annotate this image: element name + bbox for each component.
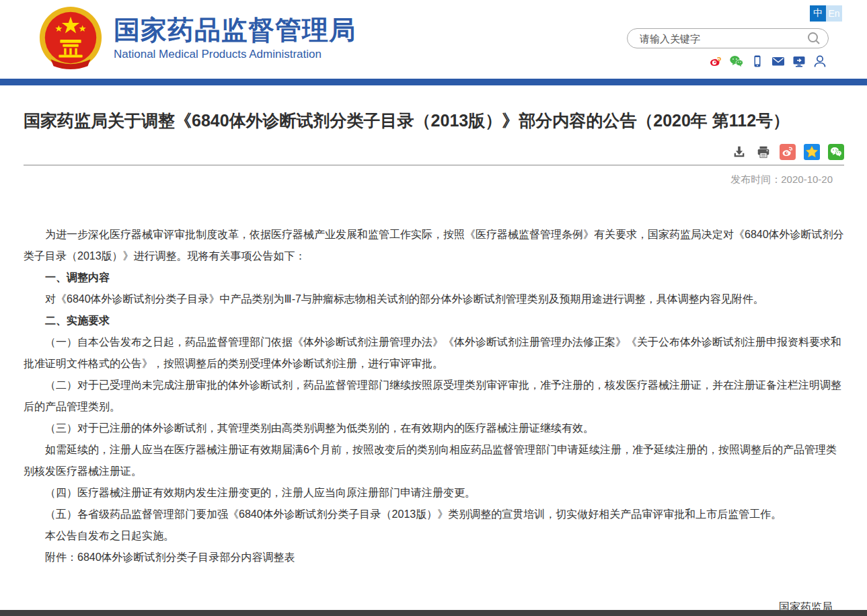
brand-text: 国家药品监督管理局 National Medical Products Admi… [114, 15, 356, 62]
paragraph: 如需延续的，注册人应当在医疗器械注册证有效期届满6个月前，按照改变后的类别向相应… [24, 439, 844, 482]
qzone-share-icon[interactable] [804, 144, 820, 160]
site-title-zh: 国家药品监督管理局 [114, 15, 356, 46]
print-icon[interactable] [755, 144, 771, 160]
download-icon[interactable] [731, 144, 747, 160]
attachment-line: 附件：6840体外诊断试剂分类子目录部分内容调整表 [24, 547, 844, 568]
lang-zh-button[interactable]: 中 [810, 5, 826, 22]
header-divider-bar [0, 79, 867, 85]
bottom-bar [0, 610, 867, 616]
weibo-share-icon[interactable] [780, 144, 796, 160]
paragraph: （三）对于已注册的体外诊断试剂，其管理类别由高类别调整为低类别的，在有效期内的医… [24, 418, 844, 439]
section-heading: 二、实施要求 [24, 310, 844, 332]
paragraph: （五）各省级药品监督管理部门要加强《6840体外诊断试剂分类子目录（2013版）… [24, 504, 844, 525]
paragraph: （一）自本公告发布之日起，药品监督管理部门依据《体外诊断试剂注册管理办法》《体外… [24, 332, 844, 375]
article-body: 为进一步深化医疗器械审评审批制度改革，依据医疗器械产业发展和监管工作实际，按照《… [24, 224, 844, 568]
language-switch: 中 En [810, 5, 842, 22]
user-icon[interactable] [813, 54, 827, 69]
section-heading: 一、调整内容 [24, 267, 844, 288]
article-head: 国家药监局关于调整《6840体外诊断试剂分类子目录（2013版）》部分内容的公告… [24, 110, 844, 165]
search-input[interactable] [640, 33, 806, 44]
site-title-en: National Medical Products Administration [114, 48, 356, 61]
page: 国家药品监督管理局 National Medical Products Admi… [0, 0, 867, 616]
paragraph: 本公告自发布之日起实施。 [24, 525, 844, 547]
publish-date: 发布时间：2020-10-20 [24, 174, 844, 186]
mobile-icon[interactable] [750, 54, 765, 69]
paragraph: 对《6840体外诊断试剂分类子目录》中产品类别为Ⅲ-7与肿瘤标志物相关试剂的部分… [24, 288, 844, 310]
social-row [708, 54, 827, 69]
weibo-icon[interactable] [708, 54, 723, 69]
wechat-share-icon[interactable] [828, 144, 844, 160]
paragraph: （四）医疗器械注册证有效期内发生注册变更的，注册人应当向原注册部门申请注册变更。 [24, 482, 844, 504]
wechat-icon[interactable] [729, 54, 744, 69]
national-emblem-icon [37, 5, 104, 71]
search-box [627, 28, 829, 48]
screen-share-icon[interactable] [792, 54, 806, 69]
lang-en-button[interactable]: En [826, 5, 842, 22]
site-logo[interactable]: 国家药品监督管理局 National Medical Products Admi… [37, 5, 356, 71]
site-header: 国家药品监督管理局 National Medical Products Admi… [0, 0, 867, 79]
mail-icon[interactable] [771, 54, 786, 69]
page-title: 国家药监局关于调整《6840体外诊断试剂分类子目录（2013版）》部分内容的公告… [24, 110, 844, 132]
paragraph: （二）对于已受理尚未完成注册审批的体外诊断试剂，药品监督管理部门继续按照原受理类… [24, 375, 844, 418]
article-tools [24, 144, 844, 160]
search-icon[interactable] [806, 31, 821, 46]
paragraph: 为进一步深化医疗器械审评审批制度改革，依据医疗器械产业发展和监管工作实际，按照《… [24, 224, 844, 267]
article: 国家药监局关于调整《6840体外诊断试剂分类子目录（2013版）》部分内容的公告… [0, 110, 867, 615]
